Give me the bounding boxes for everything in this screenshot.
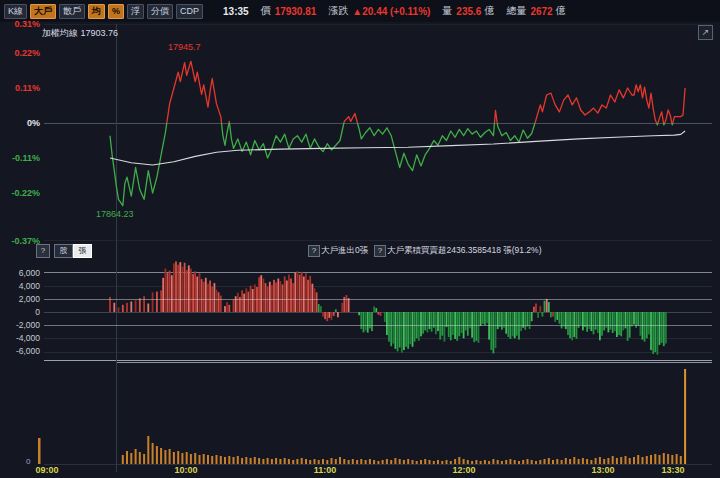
change-label: 漲跌 [328, 4, 348, 18]
volume-unit: 億 [484, 4, 494, 18]
x-axis-tick-10:00: 10:00 [169, 465, 203, 475]
stock-trading-app: K線大戶散戶均%浮分價CDP 13:35 價 17930.81 漲跌 ▲20.4… [0, 0, 720, 478]
ind-2000-overlay-line [44, 299, 712, 300]
chart-area[interactable]: 加權均線 17903.76 17945.7 17864.23 ? 股 張 ? 大… [0, 22, 720, 478]
legend2-help-icon[interactable]: ? [374, 245, 386, 257]
toolbar-button-散戶[interactable]: 散戶 [59, 4, 85, 19]
unit-toggle-lots-button[interactable]: 張 [73, 244, 92, 258]
indicator-y-tick: 2,000 [0, 294, 40, 304]
session-low-label: 17864.23 [96, 209, 134, 219]
volume-label: 量 [442, 4, 452, 18]
session-high-label: 17945.7 [168, 42, 201, 52]
price-label: 價 [261, 4, 271, 18]
expand-icon[interactable]: ↗ [698, 25, 713, 40]
toolbar-buttons: K線大戶散戶均%浮分價CDP [4, 4, 203, 19]
price-y-tick: 0% [0, 118, 40, 128]
price-y-tick: -0.37% [0, 236, 40, 246]
big-player-cumulative-legend: 大戶累積買賣超2436.3585418 張(91.2%) [387, 245, 542, 257]
x-axis-tick-12:00: 12:00 [447, 465, 481, 475]
weighted-ma-label: 加權均線 17903.76 [42, 27, 118, 40]
price-change: ▲20.44 (+0.11%) [352, 6, 430, 17]
volume-value: 235.6 [456, 6, 481, 17]
price-y-tick: -0.22% [0, 188, 40, 198]
toolbar-button-分價[interactable]: 分價 [147, 4, 173, 19]
x-axis-tick-13:00: 13:00 [586, 465, 620, 475]
indicator-y-tick: 6,000 [0, 268, 40, 278]
big-player-net-legend: 大戶進出0張 [321, 245, 368, 257]
x-axis-tick-13:30: 13:30 [656, 465, 690, 475]
toolbar-button-CDP[interactable]: CDP [176, 4, 203, 19]
ind-neg2000-overlay-line [44, 325, 712, 326]
toolbar-button-大戶[interactable]: 大戶 [30, 4, 56, 19]
toolbar-button-%[interactable]: % [108, 4, 124, 19]
price-y-tick: 0.11% [0, 83, 40, 93]
indicator-y-tick: 4,000 [0, 281, 40, 291]
x-axis-tick-09:00: 09:00 [30, 465, 64, 475]
legend1-help-icon[interactable]: ? [308, 245, 320, 257]
indicator-y-tick: 0 [0, 307, 40, 317]
indicator-help-button[interactable]: ? [36, 244, 50, 258]
total-volume-label: 總量 [506, 4, 526, 18]
total-volume-unit: 億 [556, 4, 566, 18]
indicator-y-tick: -4,000 [0, 333, 40, 343]
price-y-tick: 0.22% [0, 48, 40, 58]
toolbar-button-均[interactable]: 均 [88, 4, 105, 19]
indicator-y-tick: -6,000 [0, 346, 40, 356]
price-y-tick: 0.31% [0, 19, 40, 29]
x-axis-tick-11:00: 11:00 [308, 465, 342, 475]
price-y-tick: -0.11% [0, 153, 40, 163]
indicator-y-tick: -2,000 [0, 320, 40, 330]
toolbar-button-K線[interactable]: K線 [4, 4, 27, 19]
total-volume-value: 2672 [530, 6, 552, 17]
clock: 13:35 [223, 6, 249, 17]
toolbar: K線大戶散戶均%浮分價CDP 13:35 價 17930.81 漲跌 ▲20.4… [0, 0, 720, 23]
unit-toggle-shares-button[interactable]: 股 [54, 244, 73, 258]
toolbar-button-浮[interactable]: 浮 [127, 4, 144, 19]
last-price: 17930.81 [275, 6, 317, 17]
